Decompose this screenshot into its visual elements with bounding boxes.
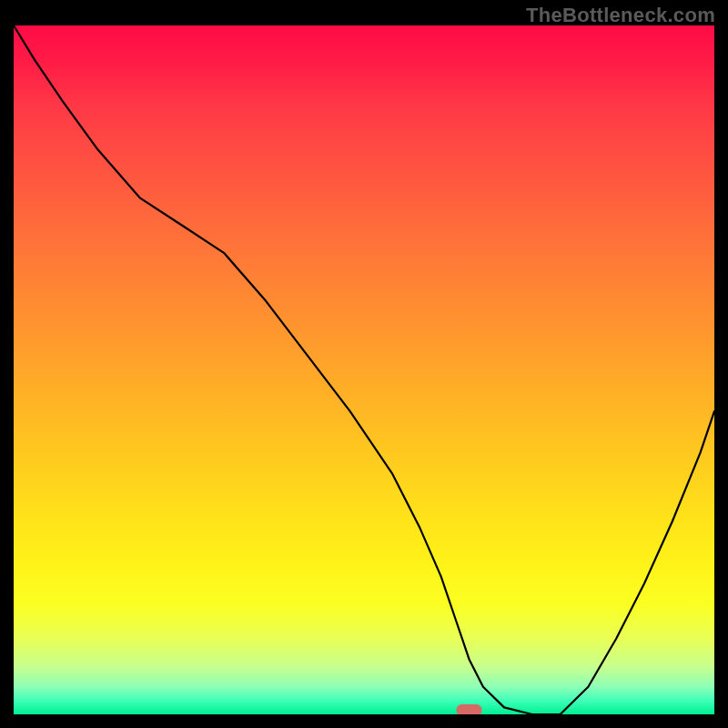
curve-svg: [14, 25, 714, 714]
plot-area: [14, 25, 714, 714]
optimum-marker: [457, 704, 482, 714]
chart-frame: TheBottleneck.com: [0, 0, 728, 728]
bottleneck-curve: [14, 25, 714, 714]
watermark-text: TheBottleneck.com: [526, 4, 715, 27]
